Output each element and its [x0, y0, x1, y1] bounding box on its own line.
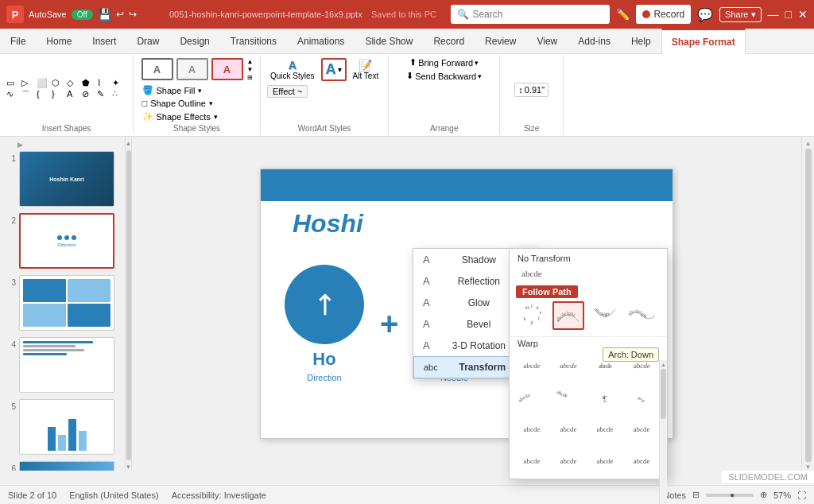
effect-3d-icon: A	[423, 339, 430, 351]
tab-help[interactable]: Help	[621, 29, 661, 53]
search-icon: 🔍	[457, 9, 469, 20]
tab-home[interactable]: Home	[36, 29, 82, 53]
warp-cell-2-2[interactable]: abcde	[552, 383, 584, 412]
warp-cell-2-1[interactable]: abcde	[516, 383, 548, 412]
slide-thumb-6[interactable]: 6 🏢	[3, 459, 122, 471]
pen-icon[interactable]: ✏️	[616, 8, 630, 21]
tab-transitions[interactable]: Transitions	[220, 29, 287, 53]
warp-cell-3-4[interactable]: abcde	[626, 415, 657, 444]
search-input[interactable]	[472, 9, 591, 20]
max-button[interactable]: □	[785, 8, 792, 21]
slide-thumb-2[interactable]: 2 Direction	[3, 211, 122, 270]
shape-fill-btn[interactable]: 🪣 Shape Fill ▾	[141, 84, 204, 96]
redo-icon: ↪	[129, 9, 137, 20]
warp-cell-2-4[interactable]: abc de	[626, 383, 657, 412]
shape-outline-btn[interactable]: □ Shape Outline ▾	[141, 98, 215, 109]
tab-animations[interactable]: Animations	[287, 29, 355, 53]
zoom-add-icon[interactable]: ⊕	[760, 490, 767, 500]
tab-shapeformat[interactable]: Shape Format	[661, 29, 746, 54]
wordart-down-icon[interactable]: ▾	[338, 65, 342, 74]
slide-img-2[interactable]: Direction	[19, 213, 114, 269]
quick-styles-btn[interactable]: A Quick Styles	[267, 57, 318, 82]
svg-text:d: d	[537, 305, 539, 310]
shape-swatch-3[interactable]: A	[211, 58, 243, 80]
slide-img-6[interactable]: 🏢	[19, 461, 114, 471]
zoom-track[interactable]: ●	[706, 494, 754, 497]
tab-slideshow[interactable]: Slide Show	[355, 29, 423, 53]
comment-icon[interactable]: 💬	[697, 7, 713, 22]
transform-panel-scrollbar[interactable]: ▲ ▼ ▲ ▼	[659, 360, 667, 504]
follow-path-cell-1[interactable]: a b c d e f g h	[516, 301, 548, 330]
saved-status: Saved to this PC	[371, 10, 436, 19]
no-transform-section: No Transform	[510, 249, 667, 265]
svg-text:abcde: abcde	[556, 389, 568, 398]
tab-addins[interactable]: Add-ins	[568, 29, 621, 53]
right-panel-scroll-down[interactable]: ▼	[805, 463, 812, 471]
tab-draw[interactable]: Draw	[126, 29, 169, 53]
shape-swatch-1[interactable]: A	[141, 58, 173, 80]
fit-screen-icon[interactable]: ⛶	[797, 490, 806, 500]
warp-cell-4-2[interactable]: abcde	[552, 447, 584, 475]
scroll-down-icon[interactable]: ▼	[126, 463, 132, 471]
zoom-slider-icon[interactable]: ⊟	[692, 490, 700, 500]
scroll-up-icon[interactable]: ▲	[126, 140, 132, 147]
share-icon[interactable]: Share ▾	[719, 7, 761, 22]
tab-view[interactable]: View	[526, 29, 568, 53]
tab-insert[interactable]: Insert	[82, 29, 126, 53]
effect-dropdown[interactable]: Effect ~	[267, 85, 308, 98]
bring-forward-btn[interactable]: ⬆ Bring Forward ▾	[409, 57, 479, 68]
slide-img-5[interactable]	[19, 399, 114, 455]
shape-styles-scroll[interactable]: ▲ ▼ ⊞	[247, 58, 254, 81]
alt-text-btn[interactable]: 📝 Alt Text	[350, 57, 382, 82]
search-bar[interactable]: 🔍	[451, 5, 610, 24]
record-button[interactable]: Record	[636, 5, 691, 24]
tab-design[interactable]: Design	[169, 29, 219, 53]
warp-cell-4-1[interactable]: abcde	[516, 447, 548, 475]
warp-cell-3-3[interactable]: abcde	[589, 415, 621, 444]
tab-file[interactable]: File	[0, 29, 36, 53]
right-panel-scroll-up[interactable]: ▲	[805, 140, 812, 147]
slide-img-4[interactable]	[19, 337, 114, 393]
slide-thumb-5[interactable]: 5	[3, 397, 122, 456]
shape-swatch-2[interactable]: A	[176, 58, 208, 80]
slide-img-1[interactable]: Hoshin Kanri	[19, 151, 114, 207]
follow-path-cell-2[interactable]: abcdefghi	[552, 301, 584, 330]
size-field[interactable]: ↕ 0.91"	[514, 83, 548, 97]
effect-glow-icon: A	[423, 297, 430, 308]
warp-cell-1-2[interactable]: abcde	[552, 351, 584, 380]
close-button[interactable]: ✕	[798, 8, 808, 21]
slide-img-3[interactable]	[19, 275, 114, 331]
transform-scroll-up[interactable]: ▲	[661, 362, 666, 367]
svg-text:abc: abc	[603, 394, 608, 398]
follow-path-cell-3[interactable]: abcdefghi	[589, 301, 621, 330]
save-icon[interactable]: 💾	[98, 8, 111, 21]
slide-thumb-1[interactable]: 1 Hoshin Kanri	[3, 149, 122, 208]
warp-cell-1-1[interactable]: abcde	[516, 351, 548, 380]
accessibility-btn[interactable]: Accessibility: Investigate	[172, 490, 266, 500]
slide-panel-scrollbar[interactable]: ▲ ▼	[126, 137, 132, 471]
zoom-level: 57%	[773, 490, 791, 500]
wordart-a-icon[interactable]: A	[326, 61, 336, 78]
effect-bevel-label: Bevel	[467, 319, 490, 330]
autosave-toggle[interactable]: Off	[72, 10, 93, 20]
warp-cell-2-3[interactable]: ✦ abc de	[589, 383, 621, 412]
tab-record[interactable]: Record	[423, 29, 475, 53]
warp-cell-4-4[interactable]: abcde	[626, 447, 657, 475]
effect-glow-label: Glow	[468, 297, 490, 308]
no-transform-word[interactable]: abcde	[517, 266, 546, 281]
effect-transform-icon: abc	[424, 362, 438, 372]
follow-path-cell-4[interactable]: abcdefghi	[626, 301, 657, 330]
group-wordart: A Quick Styles A ▾ 📝 Alt Text Effect ~ W…	[261, 56, 389, 134]
bring-forward-icon: ⬆	[409, 57, 417, 68]
shape-effects-btn[interactable]: ✨ Shape Effects ▾	[141, 110, 219, 122]
min-button[interactable]: —	[768, 8, 779, 21]
warp-cell-3-2[interactable]: abcde	[552, 415, 584, 444]
slide-thumb-4[interactable]: 4	[3, 335, 122, 394]
send-backward-btn[interactable]: ⬇ Send Backward ▾	[406, 71, 482, 81]
warp-cell-3-1[interactable]: abcde	[516, 415, 548, 444]
tab-review[interactable]: Review	[475, 29, 526, 53]
warp-cell-4-3[interactable]: abcde	[589, 447, 621, 475]
slide-count: Slide 2 of 10	[8, 490, 56, 500]
status-left: Slide 2 of 10 English (United States) Ac…	[8, 490, 266, 500]
slide-thumb-3[interactable]: 3	[3, 273, 122, 332]
